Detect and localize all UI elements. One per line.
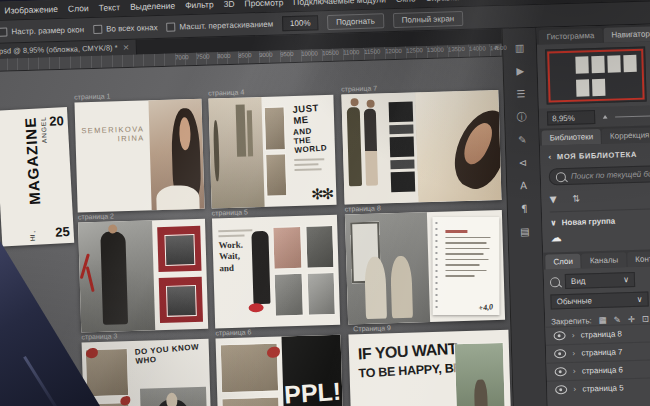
expand-group-icon[interactable]: › xyxy=(572,349,575,358)
resize-windows-label: Настр. размер окон xyxy=(11,25,84,36)
character-panel-icon[interactable]: A xyxy=(516,179,531,193)
actions-panel-icon[interactable]: ▶ xyxy=(513,64,528,78)
lock-pixels-icon[interactable]: ✎ xyxy=(614,314,621,324)
menu-item-select[interactable]: Выделение xyxy=(130,1,175,12)
layer-row[interactable]: › страница 5 xyxy=(547,377,650,399)
visibility-eye-icon[interactable] xyxy=(553,331,565,340)
resize-windows-option[interactable]: Настр. размер окон xyxy=(0,25,84,37)
full-screen-button[interactable]: Полный экран xyxy=(393,10,464,27)
checkbox-icon[interactable] xyxy=(93,24,102,33)
expand-group-icon[interactable]: › xyxy=(573,367,576,376)
paragraph-panel-icon[interactable]: ¶ xyxy=(517,202,532,216)
artboard-page-8[interactable]: +4,0 xyxy=(345,210,505,325)
text-line xyxy=(294,163,318,166)
libraries-panel: ‹ МОЯ БИБЛИОТЕКА Поиск по текущей библио… xyxy=(540,142,650,253)
library-search-input[interactable]: Поиск по текущей библиотеке xyxy=(549,165,650,186)
close-icon[interactable]: × xyxy=(122,43,129,52)
artboard-page-4[interactable]: JUST ME AND THE WORLD ✻✻ xyxy=(208,95,336,209)
visibility-eye-icon[interactable] xyxy=(555,367,567,376)
announce-panel-icon[interactable]: ⊲ xyxy=(515,156,530,170)
chevron-down-icon[interactable]: ∨ xyxy=(550,218,557,227)
back-icon[interactable]: ‹ xyxy=(548,152,552,161)
spiral-binding xyxy=(435,222,437,310)
sort-icon[interactable]: ⇅ xyxy=(572,194,580,204)
expand-group-icon[interactable]: › xyxy=(573,385,576,394)
menu-item-view[interactable]: Просмотр xyxy=(244,0,283,8)
artboard-label[interactable]: страница 6 xyxy=(215,328,251,336)
visibility-eye-icon[interactable] xyxy=(554,349,566,358)
layers-panel: Вид ∨ Обычные ∨ Закрепить: ▦ ✎ ✛ ⊡ xyxy=(544,266,650,406)
menu-item-type[interactable]: Текст xyxy=(98,2,120,13)
zoom-out-icon[interactable] xyxy=(603,115,608,119)
menu-item-window[interactable]: Окно xyxy=(396,0,416,4)
artboard-page-2[interactable] xyxy=(78,219,208,333)
artboard-label[interactable]: страница 7 xyxy=(341,85,377,93)
menu-item-filter[interactable]: Фильтр xyxy=(185,0,214,10)
library-header[interactable]: ‹ МОЯ БИБЛИОТЕКА xyxy=(548,149,650,162)
lock-transparency-icon[interactable]: ▦ xyxy=(599,315,607,325)
artboard-page-6[interactable]: PPL! xyxy=(216,335,344,406)
blend-mode-dropdown[interactable]: Обычные ∨ xyxy=(550,292,648,310)
tab-libraries[interactable]: Библиотеки xyxy=(542,129,602,146)
properties-panel-icon[interactable]: ☰ xyxy=(513,87,528,101)
layer-filter-dropdown[interactable]: Вид ∨ xyxy=(565,272,635,289)
menu-item-image[interactable]: Изображение xyxy=(4,4,58,16)
artboard-label[interactable]: страница 3 xyxy=(81,332,117,340)
display-typography xyxy=(388,101,415,192)
fit-screen-button[interactable]: Подогнать xyxy=(327,13,384,30)
navigator-thumbnail[interactable] xyxy=(545,47,647,105)
zoom-slider[interactable] xyxy=(615,115,650,117)
collage-photo xyxy=(274,273,304,317)
zoom-all-windows-option[interactable]: Во всех окнах xyxy=(93,23,158,34)
libraries-panel-icon[interactable]: ▤ xyxy=(517,225,532,239)
artboard-page-9[interactable]: IF YOU WANT TO BE HAPPY, BE xyxy=(348,330,511,406)
notes-panel-icon[interactable]: ✎ xyxy=(515,133,530,147)
ruler-tick: 9500 xyxy=(280,51,294,57)
artboard-page-7[interactable] xyxy=(341,90,501,205)
menu-item-layers[interactable]: Слои xyxy=(68,3,89,14)
artboard-page-1[interactable]: SEMERIKOVA IRINA xyxy=(74,99,204,213)
menu-item-3d[interactable]: 3D xyxy=(223,0,234,9)
navigator-viewbox[interactable] xyxy=(547,49,644,103)
tab-adjustments[interactable]: Коррекция xyxy=(602,127,650,144)
artboard-label[interactable]: страница 4 xyxy=(208,88,244,96)
scroll-up-icon[interactable]: ∧ xyxy=(494,44,499,52)
navigator-zoom-input[interactable]: 8,95% xyxy=(547,110,595,125)
inset-photo xyxy=(166,285,197,317)
info-panel-icon[interactable]: ⓘ xyxy=(514,110,529,124)
tab-channels[interactable]: Каналы xyxy=(582,252,627,268)
scrubby-zoom-option[interactable]: Масшт. перетаскиванием xyxy=(166,19,273,31)
search-placeholder: Поиск по текущей библиотеке xyxy=(571,168,650,181)
expand-group-icon[interactable]: › xyxy=(571,331,574,340)
artboard-cover[interactable]: MAGAZINE ANGEL HI , 20 25 xyxy=(0,107,74,247)
artboard-label[interactable]: Страница 9 xyxy=(353,324,391,332)
page-thumb xyxy=(576,79,589,96)
ruler-tick: 7000 xyxy=(175,54,189,60)
artboard-label[interactable]: страница 5 xyxy=(212,208,248,216)
zoom-level-input[interactable]: 100% xyxy=(282,15,318,31)
menu-item-help[interactable]: Справка xyxy=(425,0,459,3)
histogram-panel-icon[interactable]: ▥ xyxy=(512,41,527,55)
filter-icon[interactable]: ▼ xyxy=(549,194,556,204)
layer-filter-row: Вид ∨ xyxy=(550,271,650,290)
ruler-tick: 13500 xyxy=(448,46,465,52)
checkbox-icon[interactable] xyxy=(0,27,7,36)
layer-name: страница 7 xyxy=(581,347,622,357)
artboard-label[interactable]: страница 2 xyxy=(78,212,114,220)
model-silhouette xyxy=(347,107,362,187)
checkbox-icon[interactable] xyxy=(166,22,175,31)
canvas[interactable]: MAGAZINE ANGEL HI , 20 25 страница 1 стр… xyxy=(0,57,514,406)
lock-position-icon[interactable]: ✛ xyxy=(628,314,635,324)
artboard-label[interactable]: страница 8 xyxy=(345,204,381,212)
visibility-eye-icon[interactable] xyxy=(555,385,567,394)
tab-layers[interactable]: Слои xyxy=(545,254,581,270)
tab-paths[interactable]: Контуры xyxy=(627,251,650,267)
lock-artboard-icon[interactable]: ⊡ xyxy=(642,314,649,324)
artboard-page-5[interactable]: Work. Wait, and xyxy=(212,215,340,329)
tab-navigator[interactable]: Навигатор xyxy=(603,26,650,43)
group-name: Новая группа xyxy=(562,217,616,228)
library-group-row[interactable]: ∨ Новая группа xyxy=(550,215,650,228)
artboard-label[interactable]: страница 1 xyxy=(74,92,110,100)
menu-item-plugins[interactable]: Подключаемые модули xyxy=(293,0,386,7)
artboard-page-3[interactable]: DO YOU KNOW WHO xyxy=(82,339,212,406)
